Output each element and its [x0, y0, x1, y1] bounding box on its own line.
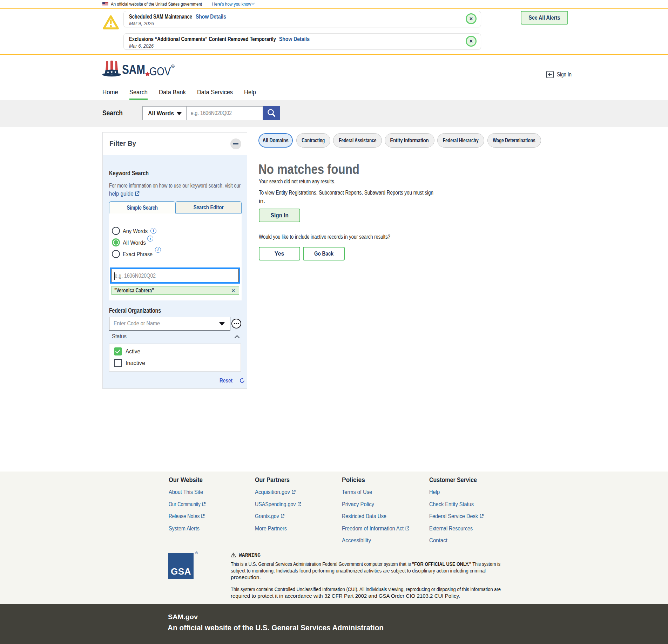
svg-text:R: R	[172, 65, 174, 68]
svg-text:GOV: GOV	[149, 65, 171, 78]
svg-text:SAM: SAM	[122, 62, 145, 77]
